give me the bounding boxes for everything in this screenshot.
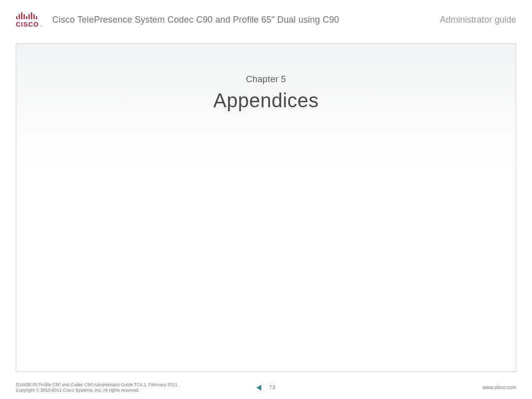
svg-text:CISCO: CISCO bbox=[16, 21, 39, 28]
footer-url[interactable]: www.cisco.com bbox=[483, 385, 516, 390]
document-title: Cisco TelePresence System Codec C90 and … bbox=[44, 15, 440, 25]
svg-marker-11 bbox=[256, 385, 261, 391]
chapter-label: Chapter 5 bbox=[16, 44, 516, 85]
svg-rect-5 bbox=[29, 14, 30, 19]
cisco-logo: CISCO bbox=[16, 11, 44, 28]
svg-rect-4 bbox=[26, 16, 27, 19]
svg-point-10 bbox=[41, 26, 42, 27]
svg-rect-6 bbox=[31, 12, 32, 19]
document-page: CISCO Cisco TelePresence System Codec C9… bbox=[0, 0, 532, 399]
content-panel: Chapter 5 Appendices bbox=[16, 43, 516, 372]
page-number: 73 bbox=[269, 385, 275, 390]
footer-copyright: D14635.05 Profile C90 and Codec C90 Admi… bbox=[16, 382, 483, 394]
svg-rect-2 bbox=[21, 12, 22, 19]
page-footer: D14635.05 Profile C90 and Codec C90 Admi… bbox=[16, 382, 516, 394]
svg-rect-0 bbox=[16, 16, 17, 19]
svg-rect-8 bbox=[36, 16, 37, 19]
previous-page-icon[interactable] bbox=[256, 385, 264, 391]
footer-rights: Copyright © 2010-2011 Cisco Systems, Inc… bbox=[16, 388, 483, 393]
svg-rect-7 bbox=[33, 14, 34, 19]
footer-pagination: 73 bbox=[256, 385, 275, 391]
svg-rect-3 bbox=[24, 14, 25, 19]
chapter-title: Appendices bbox=[16, 85, 516, 112]
footer-doc-id: D14635.05 Profile C90 and Codec C90 Admi… bbox=[16, 382, 483, 388]
guide-label: Administrator guide bbox=[440, 15, 516, 25]
page-header: CISCO Cisco TelePresence System Codec C9… bbox=[16, 9, 516, 31]
svg-rect-1 bbox=[19, 14, 20, 19]
